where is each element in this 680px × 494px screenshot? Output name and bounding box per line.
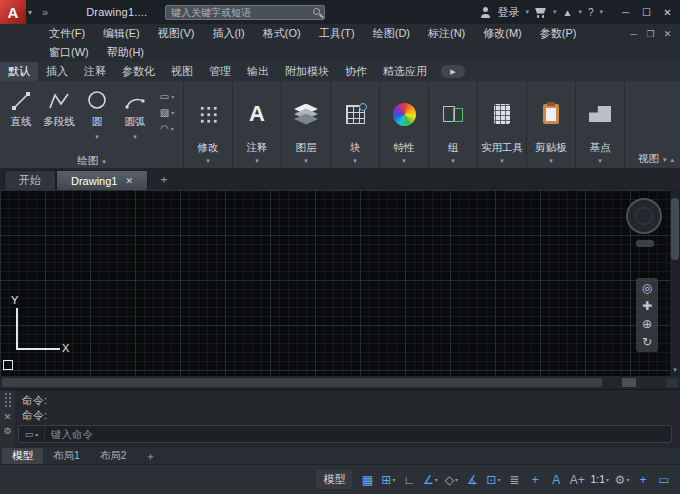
object-snap-toggle[interactable]: ⊡ ▾ [483, 469, 503, 491]
autoscale-toggle[interactable]: A+ [567, 469, 587, 491]
customize-icon[interactable]: ⚙ [3, 426, 11, 436]
vertical-scrollbar-thumb[interactable] [671, 198, 679, 260]
grid-display-toggle[interactable]: ▦ [357, 469, 377, 491]
ribbon-tab-parametric[interactable]: 参数化 [114, 62, 163, 81]
file-tab-start[interactable]: 开始 [4, 170, 56, 190]
file-tab-drawing1[interactable]: Drawing1 ✕ [56, 170, 148, 190]
orbit-icon[interactable]: ↻ [642, 335, 652, 349]
menu-tools[interactable]: 工具(T) [310, 24, 364, 43]
help-caret-icon[interactable]: ▾ [599, 8, 603, 16]
tool-rectangle[interactable]: ▭▾ [160, 91, 174, 102]
menu-file[interactable]: 文件(F) [40, 24, 94, 43]
annotation-scale-button[interactable]: 1:1 ▾ [588, 469, 611, 491]
command-input[interactable] [45, 428, 671, 440]
close-button[interactable]: ✕ [657, 1, 678, 23]
ribbon-tab-collaborate[interactable]: 协作 [337, 62, 375, 81]
workspace-switching-button[interactable]: ⚙ ▾ [612, 469, 632, 491]
dynamic-input-toggle[interactable]: + [525, 469, 545, 491]
tab-close-icon[interactable]: ✕ [125, 176, 133, 186]
pan-icon[interactable]: ✚ [642, 299, 652, 313]
search-input[interactable] [166, 6, 324, 19]
annotation-monitor-toggle[interactable]: + [633, 469, 653, 491]
command-panel-grip[interactable]: ✕ ⚙ [0, 390, 15, 448]
steering-wheel-icon[interactable]: ◎ [642, 281, 652, 295]
scrollbar-end-button[interactable] [622, 378, 636, 387]
isometric-drafting-toggle[interactable]: ◇ ▾ [441, 469, 461, 491]
signin-caret-icon[interactable]: ▾ [525, 8, 529, 16]
help-icon[interactable]: ? [588, 7, 594, 18]
menu-modify[interactable]: 修改(M) [474, 24, 531, 43]
layout-tab-layout2[interactable]: 布局2 [90, 448, 137, 464]
tool-hatch[interactable]: ▨▾ [160, 107, 174, 118]
app-store-cart-icon[interactable] [535, 7, 547, 18]
menu-insert[interactable]: 插入(I) [203, 24, 253, 43]
ribbon-panel-clipboard[interactable]: 剪贴板 ▾ [527, 81, 576, 168]
doc-restore-button[interactable]: ❐ [642, 26, 659, 42]
ribbon-panel-properties[interactable]: 特性 ▾ [380, 81, 429, 168]
quick-access-overflow-icon[interactable]: » [42, 6, 48, 18]
layout-tab-layout1[interactable]: 布局1 [43, 448, 90, 464]
menu-window[interactable]: 窗口(W) [40, 43, 98, 62]
app-menu-caret-icon[interactable]: ▾ [28, 8, 32, 17]
ortho-mode-toggle[interactable]: ∟ [399, 469, 419, 491]
menu-help[interactable]: 帮助(H) [98, 43, 153, 62]
drawing-canvas[interactable]: Y X ◎ ✚ ⊕ ↻ ▾ [0, 190, 680, 376]
ribbon-panel-modify[interactable]: 修改 ▾ [184, 81, 233, 168]
ribbon-tab-insert[interactable]: 插入 [38, 62, 76, 81]
viewcube-menu-handle[interactable] [636, 240, 654, 247]
scroll-down-icon[interactable]: ▾ [671, 366, 679, 374]
ribbon-panel-layers[interactable]: 图层 ▾ [282, 81, 331, 168]
menu-dimension[interactable]: 标注(N) [419, 24, 474, 43]
ribbon-tab-output[interactable]: 输出 [239, 62, 277, 81]
horizontal-scrollbar[interactable] [0, 376, 680, 389]
view-caret-icon[interactable]: ▾ [663, 156, 667, 164]
video-icon[interactable]: ▶ [441, 65, 465, 78]
tool-polyline[interactable]: 多段线 [40, 85, 78, 153]
cart-caret-icon[interactable]: ▾ [553, 8, 557, 16]
tool-ellipse[interactable]: ◠▾ [160, 123, 174, 134]
menu-edit[interactable]: 编辑(E) [94, 24, 149, 43]
menu-format[interactable]: 格式(O) [254, 24, 310, 43]
help-search-field[interactable] [165, 5, 325, 20]
maximize-button[interactable]: ☐ [636, 1, 657, 23]
ribbon-panel-block[interactable]: 块 ▾ [331, 81, 380, 168]
command-input-row[interactable]: ▭ ▾ [18, 425, 672, 443]
ribbon-tab-annotate[interactable]: 注释 [76, 62, 114, 81]
tool-circle[interactable]: 圆 ▾ [78, 85, 116, 153]
status-model-button[interactable]: 模型 [316, 470, 352, 489]
command-options-button[interactable]: ▭ ▾ [19, 426, 45, 442]
app-menu-button[interactable]: A [0, 0, 26, 24]
ribbon-panel-utilities[interactable]: 实用工具 ▾ [478, 81, 527, 168]
search-icon[interactable] [313, 8, 320, 15]
annotation-visibility-toggle[interactable]: A [546, 469, 566, 491]
signin-button[interactable]: 登录 [497, 5, 519, 20]
draw-panel-title[interactable]: 绘图 ▾ [0, 153, 183, 168]
a360-caret-icon[interactable]: ▾ [578, 8, 582, 16]
new-layout-button[interactable]: ＋ [137, 448, 164, 464]
horizontal-scrollbar-thumb[interactable] [2, 378, 602, 387]
object-snap-tracking-toggle[interactable]: ∡ [462, 469, 482, 491]
ribbon-tab-addins[interactable]: 附加模块 [277, 62, 337, 81]
ribbon-panel-basepoint[interactable]: 基点 ▾ [576, 81, 625, 168]
view-panel-label[interactable]: 视图 [638, 152, 659, 166]
minimize-button[interactable]: ─ [615, 1, 636, 23]
command-close-icon[interactable]: ✕ [4, 412, 12, 422]
tool-line[interactable]: 直线 [2, 85, 40, 153]
ribbon-panel-annotate[interactable]: A 注释 ▾ [233, 81, 282, 168]
tool-arc[interactable]: 圆弧 ▾ [116, 85, 154, 153]
polar-tracking-toggle[interactable]: ∠ ▾ [420, 469, 440, 491]
layout-tab-model[interactable]: 模型 [2, 448, 43, 464]
ribbon-tab-view[interactable]: 视图 [163, 62, 201, 81]
drag-grip-icon[interactable] [4, 392, 12, 408]
doc-close-button[interactable]: ✕ [659, 26, 676, 42]
menu-view[interactable]: 视图(V) [149, 24, 204, 43]
lineweight-toggle[interactable]: ≣ [504, 469, 524, 491]
ribbon-tab-manage[interactable]: 管理 [201, 62, 239, 81]
menu-parametric[interactable]: 参数(P) [531, 24, 586, 43]
snap-mode-toggle[interactable]: ⊞ ▾ [378, 469, 398, 491]
ribbon-collapse-icon[interactable]: ▴ [670, 156, 674, 164]
ribbon-panel-groups[interactable]: 组 ▾ [429, 81, 478, 168]
vertical-scrollbar[interactable]: ▾ [670, 190, 680, 376]
new-drawing-button[interactable]: ＋ [158, 171, 170, 188]
zoom-icon[interactable]: ⊕ [642, 317, 652, 331]
